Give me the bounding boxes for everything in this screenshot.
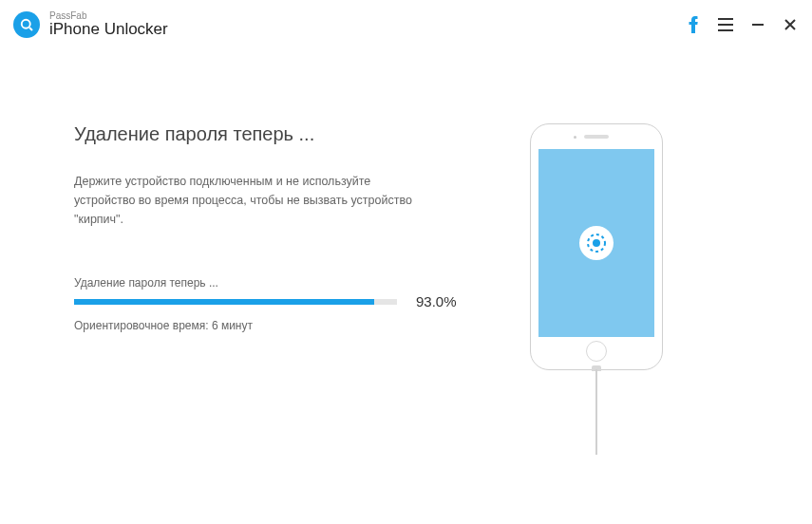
menu-icon[interactable] xyxy=(717,16,734,33)
instruction-text: Держите устройство подключенным и не исп… xyxy=(74,172,435,229)
svg-point-3 xyxy=(593,239,600,247)
minimize-button[interactable] xyxy=(749,16,766,33)
progress-label: Удаление пароля теперь ... xyxy=(74,276,473,290)
progress-row: 93.0% xyxy=(74,293,473,309)
window-controls xyxy=(685,16,799,33)
eta-text: Ориентировочное время: 6 минут xyxy=(74,319,473,332)
facebook-icon[interactable] xyxy=(685,16,702,33)
page-heading: Удаление пароля теперь ... xyxy=(74,123,473,145)
phone-holder xyxy=(530,123,663,370)
phone-camera-icon xyxy=(574,136,576,139)
svg-point-0 xyxy=(22,20,30,28)
phone-speaker-icon xyxy=(584,135,609,139)
main-content: Удаление пароля теперь ... Держите устро… xyxy=(0,47,812,370)
phone-screen xyxy=(538,149,654,337)
close-button[interactable] xyxy=(782,16,799,33)
cable-icon xyxy=(595,369,597,455)
progress-bar xyxy=(74,299,397,305)
progress-percent: 93.0% xyxy=(416,293,457,309)
app-logo-icon xyxy=(13,11,40,38)
phone-icon xyxy=(530,123,663,370)
title-bar: PassFab iPhone Unlocker xyxy=(0,0,812,47)
progress-fill xyxy=(74,299,374,305)
progress-panel: Удаление пароля теперь ... Держите устро… xyxy=(74,123,473,370)
svg-line-1 xyxy=(29,28,32,30)
spinner-icon xyxy=(579,226,614,260)
device-illustration xyxy=(473,123,720,370)
phone-home-button-icon xyxy=(586,341,607,362)
app-name: iPhone Unlocker xyxy=(49,21,168,39)
app-titles: PassFab iPhone Unlocker xyxy=(49,10,168,39)
